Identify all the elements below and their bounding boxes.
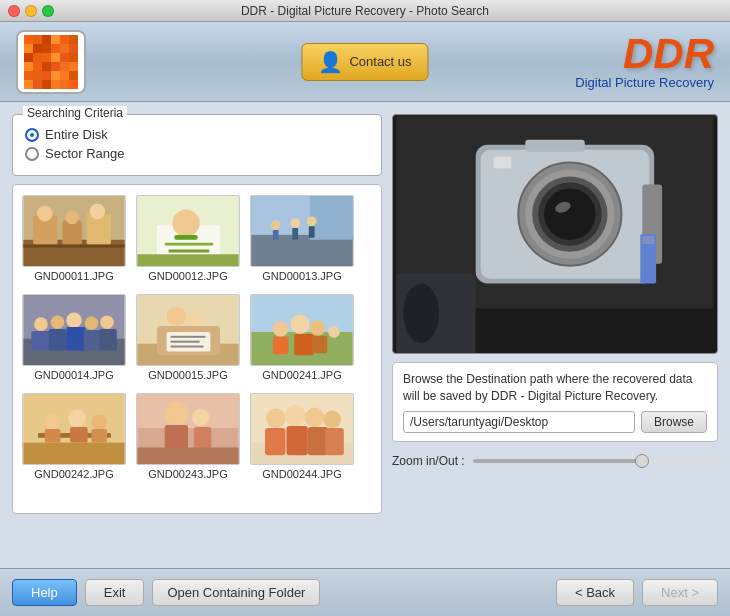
thumbnail-item-GND00015[interactable]: GND00015.JPG	[133, 290, 243, 385]
svg-rect-54	[273, 337, 289, 355]
svg-point-52	[310, 320, 326, 336]
contact-button[interactable]: 👤 Contact us	[301, 43, 428, 81]
thumbnail-item-GND00011[interactable]: GND00011.JPG	[19, 191, 129, 286]
entire-disk-row[interactable]: Entire Disk	[25, 127, 369, 142]
contact-button-wrap: 👤 Contact us	[301, 43, 428, 81]
svg-rect-56	[312, 336, 328, 354]
svg-rect-15	[169, 249, 210, 252]
thumbnail-item-GND00244[interactable]: GND00244.JPG	[247, 389, 357, 484]
svg-point-61	[68, 410, 86, 428]
svg-rect-67	[137, 394, 238, 428]
preview-image	[392, 114, 718, 354]
contact-icon: 👤	[318, 50, 343, 74]
thumbnail-label-GND00243: GND00243.JPG	[148, 468, 227, 480]
thumbnail-image-GND00011	[22, 195, 126, 267]
thumbnail-label-GND00242: GND00242.JPG	[34, 468, 113, 480]
search-criteria-box: Searching Criteria Entire Disk Sector Ra…	[12, 114, 382, 176]
open-folder-button[interactable]: Open Containing Folder	[152, 579, 320, 606]
header: 👤 Contact us DDR Digital Picture Recover…	[0, 22, 730, 102]
left-panel: Searching Criteria Entire Disk Sector Ra…	[12, 114, 382, 568]
browse-button[interactable]: Browse	[641, 411, 707, 433]
svg-point-50	[273, 321, 289, 337]
svg-rect-21	[273, 230, 279, 240]
svg-point-78	[323, 411, 341, 429]
minimize-button[interactable]	[25, 5, 37, 17]
svg-point-24	[307, 216, 317, 226]
sector-range-label: Sector Range	[45, 146, 125, 161]
logo-box	[16, 30, 86, 94]
svg-rect-64	[70, 427, 88, 443]
thumbnail-label-GND00012: GND00012.JPG	[148, 270, 227, 282]
search-criteria-label: Searching Criteria	[23, 106, 127, 120]
svg-point-28	[34, 317, 48, 331]
thumbnail-label-GND00015: GND00015.JPG	[148, 369, 227, 381]
svg-rect-79	[265, 428, 285, 455]
svg-point-75	[266, 409, 285, 428]
svg-rect-46	[171, 346, 204, 348]
svg-point-41	[188, 313, 204, 329]
entire-disk-radio[interactable]	[25, 128, 39, 142]
contact-label: Contact us	[349, 54, 411, 69]
zoom-slider[interactable]	[473, 459, 718, 463]
thumbnails-container[interactable]: GND00011.JPGGND00012.JPGGND00013.JPGGND0…	[12, 184, 382, 514]
thumbnail-item-GND00241[interactable]: GND00241.JPG	[247, 290, 357, 385]
svg-point-69	[192, 409, 210, 427]
svg-rect-35	[66, 327, 85, 350]
sector-range-row[interactable]: Sector Range	[25, 146, 369, 161]
browse-description: Browse the Destination path where the re…	[403, 372, 693, 403]
svg-rect-34	[49, 329, 67, 350]
zoom-row: Zoom in/Out :	[392, 454, 718, 468]
svg-point-22	[290, 218, 300, 228]
svg-rect-93	[494, 157, 512, 169]
path-input[interactable]	[403, 411, 635, 433]
bottom-right: < Back Next >	[556, 579, 718, 606]
svg-point-30	[66, 313, 82, 329]
bottom-bar: Help Exit Open Containing Folder < Back …	[0, 568, 730, 616]
svg-rect-37	[99, 329, 117, 350]
close-button[interactable]	[8, 5, 20, 17]
svg-point-90	[544, 188, 596, 240]
sector-range-radio[interactable]	[25, 147, 39, 161]
thumbnail-label-GND00011: GND00011.JPG	[34, 270, 113, 282]
thumbnail-item-GND00242[interactable]: GND00242.JPG	[19, 389, 129, 484]
thumbnail-image-GND00241	[250, 294, 354, 366]
exit-button[interactable]: Exit	[85, 579, 145, 606]
svg-point-32	[100, 315, 114, 329]
back-button[interactable]: < Back	[556, 579, 634, 606]
svg-point-12	[172, 210, 199, 237]
thumbnail-image-GND00243	[136, 393, 240, 465]
svg-rect-81	[308, 427, 328, 455]
thumbnail-image-GND00013	[250, 195, 354, 267]
svg-point-68	[165, 402, 188, 425]
svg-point-8	[90, 204, 106, 220]
svg-point-6	[37, 206, 53, 222]
path-row: Browse	[403, 411, 707, 433]
svg-point-76	[285, 405, 306, 426]
thumbnail-image-GND00242	[22, 393, 126, 465]
thumbnail-item-GND00243[interactable]: GND00243.JPG	[133, 389, 243, 484]
thumbnail-item-GND00012[interactable]: GND00012.JPG	[133, 191, 243, 286]
svg-rect-33	[31, 331, 50, 350]
thumbnail-item-GND00013[interactable]: GND00013.JPG	[247, 191, 357, 286]
window-title: DDR - Digital Picture Recovery - Photo S…	[241, 4, 489, 18]
svg-rect-45	[171, 341, 200, 343]
title-bar: DDR - Digital Picture Recovery - Photo S…	[0, 0, 730, 22]
help-button[interactable]: Help	[12, 579, 77, 606]
window-controls[interactable]	[8, 5, 54, 17]
svg-rect-25	[309, 226, 315, 238]
svg-rect-96	[642, 236, 654, 244]
svg-rect-82	[325, 428, 343, 455]
thumbnail-image-GND00014	[22, 294, 126, 366]
thumbnails-grid: GND00011.JPGGND00012.JPGGND00013.JPGGND0…	[19, 191, 375, 484]
svg-point-60	[45, 413, 61, 429]
maximize-button[interactable]	[42, 5, 54, 17]
svg-rect-44	[171, 336, 206, 338]
svg-rect-55	[294, 334, 313, 355]
thumbnail-item-GND00014[interactable]: GND00014.JPG	[19, 290, 129, 385]
brand: DDR Digital Picture Recovery	[575, 33, 714, 90]
svg-rect-58	[23, 443, 124, 464]
next-button[interactable]: Next >	[642, 579, 718, 606]
zoom-label: Zoom in/Out :	[392, 454, 465, 468]
svg-point-51	[290, 314, 309, 333]
svg-rect-92	[525, 140, 585, 152]
